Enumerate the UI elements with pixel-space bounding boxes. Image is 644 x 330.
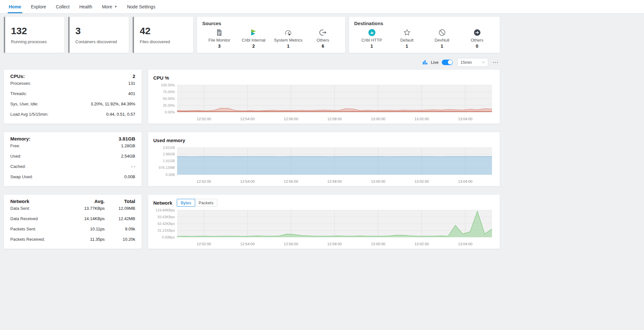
- svg-text:12:52:00: 12:52:00: [197, 242, 211, 246]
- stat-label: Data Received: [10, 216, 72, 221]
- source-cribl-internal[interactable]: Cribl Internal 2: [240, 28, 267, 49]
- svg-text:12:56:00: 12:56:00: [284, 117, 298, 121]
- stat-label: Cached:: [10, 164, 131, 169]
- nav-tab-home-label: Home: [9, 4, 21, 9]
- svg-text:12:52:00: 12:52:00: [197, 180, 211, 183]
- destination-cribl-http[interactable]: Cribl HTTP 1: [358, 28, 386, 49]
- stat-row: Data Received14.14KBps12.42MB: [10, 216, 135, 227]
- destination-label: Cribl HTTP: [361, 38, 382, 43]
- network-row: Network Avg. Total Data Sent:13.77KBps12…: [4, 195, 500, 249]
- tab-bytes[interactable]: Bytes: [177, 199, 195, 207]
- nav-tab-explore[interactable]: Explore: [26, 0, 51, 13]
- destination-count: 1: [406, 44, 408, 49]
- memory-stats-panel: Memory: 3.81GB Free:1.28GB Used:2.54GB C…: [4, 132, 142, 186]
- others-out-icon: [473, 28, 481, 37]
- chart-controls: Live 15min ⋯: [4, 58, 500, 66]
- toggle-knob: [448, 60, 452, 64]
- svg-text:50.00%: 50.00%: [163, 97, 175, 101]
- time-range-select[interactable]: 15min: [457, 58, 488, 67]
- nav-tab-health-label: Health: [79, 4, 92, 9]
- svg-text:13:00:00: 13:00:00: [371, 242, 385, 246]
- cpu-row: CPUs: 2 Processes:131 Threads:401 Sys, U…: [4, 70, 500, 124]
- svg-text:3.81GB: 3.81GB: [163, 146, 175, 150]
- stat-total: 12.42MB: [105, 216, 135, 221]
- memory-panel-title: Memory:: [10, 136, 118, 141]
- nav-tab-more-label: More: [102, 4, 112, 9]
- nav-tab-node-settings[interactable]: Node Settings: [122, 0, 160, 13]
- svg-text:75.00%: 75.00%: [163, 90, 175, 94]
- stat-row: Used:2.54GB: [10, 154, 135, 164]
- destinations-card: Destinations Cribl HTTP 1 Default 1: [349, 17, 500, 53]
- stat-avg: 14.14KBps: [72, 216, 105, 221]
- used-memory-chart: 3.81GB2.86GB1.91GB976.12MB0.00B12:52:001…: [153, 146, 495, 184]
- destination-count: 1: [371, 44, 373, 49]
- destination-others[interactable]: Others 0: [463, 28, 491, 49]
- svg-text:25.00%: 25.00%: [163, 103, 175, 107]
- cpu-count-value: 2: [133, 73, 135, 79]
- source-system-metrics[interactable]: System Metrics 1: [274, 28, 303, 49]
- cpu-chart-title: CPU %: [153, 75, 169, 81]
- stat-value: 2.54GB: [121, 154, 135, 159]
- destination-default[interactable]: Default 1: [393, 28, 421, 49]
- stat-avg: 11.35ps: [72, 237, 105, 242]
- nav-tab-collect-label: Collect: [56, 4, 70, 9]
- stat-row: Processes:131: [10, 81, 135, 91]
- live-toggle[interactable]: [442, 60, 453, 65]
- svg-text:1.91GB: 1.91GB: [163, 159, 175, 163]
- svg-text:124.84KBps: 124.84KBps: [156, 208, 175, 212]
- destinations-items: Cribl HTTP 1 Default 1 DevNull 1: [354, 26, 495, 50]
- nav-tab-home[interactable]: Home: [4, 0, 26, 13]
- tab-packets[interactable]: Packets: [195, 199, 217, 207]
- network-panel-title: Network: [10, 199, 72, 204]
- sources-card: Sources File Monitor 3 Cribl Internal 2: [197, 17, 345, 53]
- svg-text:12:58:00: 12:58:00: [327, 180, 342, 183]
- containers-discovered-label: Containers discovered: [75, 39, 123, 44]
- stat-label: Used:: [10, 154, 121, 159]
- network-unit-tabs: Bytes Packets: [177, 199, 217, 207]
- svg-text:13:02:00: 13:02:00: [414, 117, 429, 121]
- file-monitor-icon: [215, 28, 223, 37]
- star-icon: [403, 28, 411, 37]
- time-range-value: 15min: [460, 60, 472, 65]
- stat-row: Swap Used:0.00B: [10, 174, 135, 185]
- svg-text:0.00%: 0.00%: [165, 110, 175, 114]
- running-processes-label: Running processes: [11, 39, 59, 44]
- stat-value: 3.20%, 11.92%, 84.39%: [90, 102, 135, 106]
- destination-label: DevNull: [435, 38, 450, 43]
- nav-tab-more[interactable]: More ▼: [97, 0, 122, 13]
- stat-row: Packets Received:11.35ps10.20k: [10, 237, 135, 247]
- source-count: 1: [287, 44, 289, 49]
- stat-row: Load Avg 1/5/15min:0.44, 0.51, 0.57: [10, 112, 135, 122]
- source-label: System Metrics: [274, 38, 303, 43]
- dashboard-content: 132 Running processes 3 Containers disco…: [0, 14, 504, 249]
- stat-total: 12.09MB: [105, 206, 135, 211]
- bar-chart-icon[interactable]: [422, 60, 428, 65]
- svg-text:12:56:00: 12:56:00: [284, 180, 298, 183]
- stat-label: Sys, User, Idle:: [10, 102, 90, 106]
- svg-text:12:58:00: 12:58:00: [327, 117, 342, 121]
- nav-tab-health[interactable]: Health: [74, 0, 97, 13]
- chevron-down-icon: ▼: [114, 5, 118, 8]
- svg-text:13:00:00: 13:00:00: [371, 180, 385, 183]
- chevron-down-icon: [482, 61, 485, 63]
- svg-text:12:52:00: 12:52:00: [197, 117, 211, 121]
- others-in-icon: [319, 28, 327, 37]
- top-nav: Home Explore Collect Health More ▼ Node …: [0, 0, 644, 14]
- cpu-panel-title: CPUs:: [10, 73, 133, 79]
- source-label: File Monitor: [208, 38, 230, 43]
- svg-text:12:54:00: 12:54:00: [240, 180, 255, 183]
- svg-text:13:04:00: 13:04:00: [458, 180, 472, 183]
- svg-text:62.42KBps: 62.42KBps: [157, 222, 175, 226]
- more-options-button[interactable]: ⋯: [491, 59, 500, 66]
- network-chart-card: Network Bytes Packets 124.84KBps93.63KBp…: [148, 195, 500, 249]
- destination-devnull[interactable]: DevNull 1: [428, 28, 456, 49]
- stat-label: Data Sent:: [10, 206, 72, 211]
- cpu-percent-chart: 100.00%75.00%50.00%25.00%0.00%12:52:0012…: [153, 83, 495, 121]
- source-file-monitor[interactable]: File Monitor 3: [205, 28, 233, 49]
- nav-tab-collect[interactable]: Collect: [51, 0, 74, 13]
- source-others[interactable]: Others 6: [309, 28, 337, 49]
- cribl-internal-icon: [249, 28, 258, 37]
- circle-slash-icon: [438, 28, 446, 37]
- files-discovered-label: Files discovered: [140, 39, 187, 44]
- destination-count: 1: [441, 44, 443, 49]
